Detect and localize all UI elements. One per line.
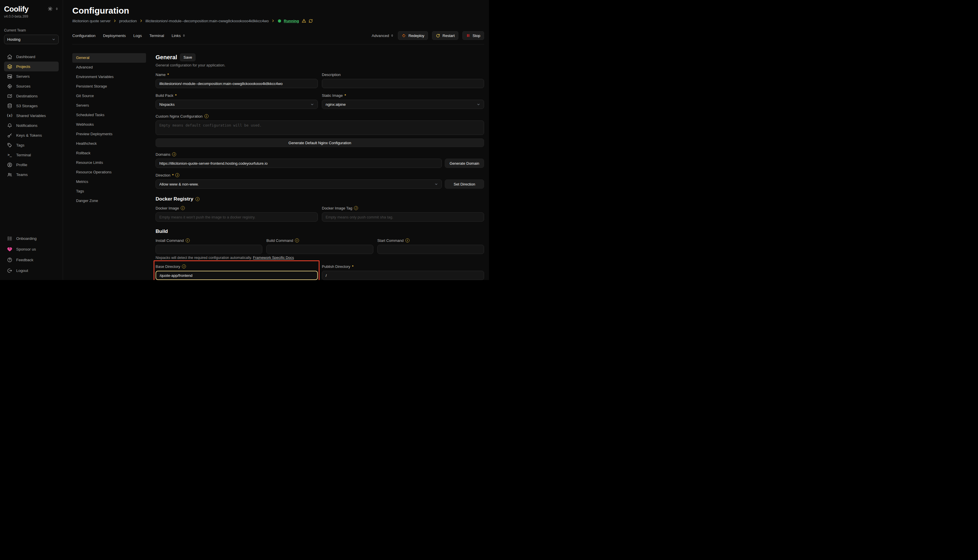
sidebar-item-projects[interactable]: Projects	[4, 62, 59, 72]
build-section-title: Build	[155, 228, 168, 234]
docker-registry-title: Docker Registry	[155, 196, 193, 202]
sidebar-item-onboarding[interactable]: Onboarding	[4, 233, 59, 244]
static-image-select[interactable]: nginx:alpine	[322, 100, 484, 109]
breadcrumb-application[interactable]: illicitestonion/-module--decomposition:m…	[145, 19, 269, 23]
sidebar-item-tags[interactable]: Tags	[4, 140, 59, 150]
sidebar-item-terminal[interactable]: >_ Terminal	[4, 150, 59, 160]
domains-input[interactable]	[155, 158, 442, 168]
generate-domain-button[interactable]: Generate Domain	[445, 158, 484, 168]
subnav-item-advanced[interactable]: Advanced	[72, 63, 146, 72]
subnav-item-persistent-storage[interactable]: Persistent Storage	[72, 82, 146, 91]
breadcrumb-environment[interactable]: production	[119, 19, 137, 23]
team-select[interactable]: Hosting	[4, 35, 59, 44]
sidebar-item-label: Profile	[16, 163, 27, 167]
breadcrumb-project[interactable]: illicitonion quote server	[72, 19, 110, 23]
subnav-item-resource-operations[interactable]: Resource Operations	[72, 168, 146, 177]
bell-icon	[7, 123, 12, 128]
sidebar-item-label: Notifications	[16, 123, 38, 128]
sidebar-item-keys-tokens[interactable]: Keys & Tokens	[4, 130, 59, 140]
stop-button[interactable]: Stop	[462, 31, 484, 40]
variables-icon: (x)	[7, 113, 12, 118]
publish-directory-input[interactable]	[322, 271, 484, 280]
map-icon	[7, 93, 12, 99]
docker-image-tag-input[interactable]	[322, 212, 484, 222]
save-button[interactable]: Save	[180, 53, 196, 61]
chevron-right-icon	[139, 19, 143, 23]
subnav-item-preview-deployments[interactable]: Preview Deployments	[72, 130, 146, 139]
info-icon[interactable]: i	[186, 238, 190, 242]
info-icon[interactable]: i	[405, 238, 410, 242]
tab-configuration[interactable]: Configuration	[72, 33, 95, 38]
name-input[interactable]	[155, 79, 318, 88]
status-running-link[interactable]: Running	[284, 19, 299, 23]
docker-image-field-group: Docker Imagei	[155, 205, 318, 222]
description-input[interactable]	[322, 79, 484, 88]
info-icon[interactable]: i	[354, 206, 358, 210]
sidebar-item-shared-variables[interactable]: (x) Shared Variables	[4, 111, 59, 120]
subnav-item-resource-limits[interactable]: Resource Limits	[72, 158, 146, 168]
subnav-item-healthcheck[interactable]: Healthcheck	[72, 139, 146, 148]
base-directory-input[interactable]	[155, 271, 318, 280]
sidebar-item-sources[interactable]: Sources	[4, 81, 59, 91]
start-command-input[interactable]	[377, 245, 484, 254]
subnav-item-environment-variables[interactable]: Environment Variables	[72, 72, 146, 82]
subnav-item-metrics[interactable]: Metrics	[72, 177, 146, 187]
subnav-item-webhooks[interactable]: Webhooks	[72, 120, 146, 130]
framework-docs-link[interactable]: Framework Specific Docs	[253, 256, 294, 260]
tab-deployments[interactable]: Deployments	[103, 33, 126, 38]
base-directory-label: Base Directory	[155, 264, 180, 269]
key-icon	[7, 133, 12, 138]
description-label: Description	[322, 73, 341, 77]
subnav-item-git-source[interactable]: Git Source	[72, 91, 146, 101]
subnav-item-tags[interactable]: Tags	[72, 187, 146, 196]
custom-nginx-textarea[interactable]	[155, 120, 484, 135]
install-command-input[interactable]	[155, 245, 262, 254]
info-icon[interactable]: i	[295, 238, 299, 242]
heart-icon	[7, 247, 12, 252]
build-command-input[interactable]	[266, 245, 373, 254]
direction-select[interactable]: Allow www & non-www.	[155, 180, 442, 189]
tab-logs[interactable]: Logs	[133, 33, 142, 38]
sidebar-item-teams[interactable]: Teams	[4, 170, 59, 180]
help-circle-icon	[7, 257, 12, 263]
sidebar-item-profile[interactable]: Profile	[4, 160, 59, 170]
info-icon[interactable]: i	[172, 152, 176, 156]
tab-terminal[interactable]: Terminal	[149, 33, 164, 38]
team-select-value: Hosting	[7, 37, 20, 42]
section-title: General	[155, 54, 177, 61]
chevrons-up-down-icon[interactable]	[55, 7, 59, 11]
subnav-item-scheduled-tasks[interactable]: Scheduled Tasks	[72, 110, 146, 120]
docker-image-input[interactable]	[155, 212, 318, 222]
theme-toggle-sun-icon[interactable]	[48, 7, 53, 11]
sidebar-item-notifications[interactable]: Notifications	[4, 120, 59, 130]
info-icon[interactable]: i	[196, 197, 199, 201]
set-direction-button[interactable]: Set Direction	[445, 180, 484, 189]
sidebar-item-s3-storages[interactable]: S3 Storages	[4, 101, 59, 111]
required-marker: *	[352, 264, 353, 269]
sidebar-item-label: S3 Storages	[16, 104, 38, 108]
build-pack-select[interactable]: Nixpacks	[155, 100, 318, 109]
subnav-item-danger-zone[interactable]: Danger Zone	[72, 196, 146, 206]
info-icon[interactable]: i	[182, 264, 186, 268]
info-icon[interactable]: i	[175, 173, 179, 177]
logout-icon	[7, 268, 12, 273]
sidebar-item-dashboard[interactable]: Dashboard	[4, 52, 59, 62]
sidebar-item-feedback[interactable]: Feedback	[4, 255, 59, 265]
start-command-field-group: Start Commandi	[377, 238, 484, 254]
subnav-item-servers[interactable]: Servers	[72, 101, 146, 110]
advanced-menu[interactable]: Advanced	[371, 33, 394, 38]
info-icon[interactable]: i	[181, 206, 185, 210]
sidebar-item-destinations[interactable]: Destinations	[4, 91, 59, 101]
static-image-field-group: Static Image* nginx:alpine	[322, 93, 484, 109]
generate-nginx-button[interactable]: Generate Default Nginx Configuration	[155, 138, 484, 147]
refresh-icon[interactable]	[309, 19, 313, 23]
sidebar-item-logout[interactable]: Logout	[4, 265, 59, 276]
subnav-item-rollback[interactable]: Rollback	[72, 148, 146, 158]
subnav-item-general[interactable]: General	[72, 53, 146, 63]
sidebar-item-sponsor-us[interactable]: Sponsor us	[4, 244, 59, 255]
info-icon[interactable]: i	[204, 114, 209, 118]
restart-button[interactable]: Restart	[432, 31, 458, 40]
sidebar-item-servers[interactable]: Servers	[4, 72, 59, 81]
tab-links[interactable]: Links	[172, 33, 186, 38]
redeploy-button[interactable]: Redeploy	[398, 31, 428, 40]
